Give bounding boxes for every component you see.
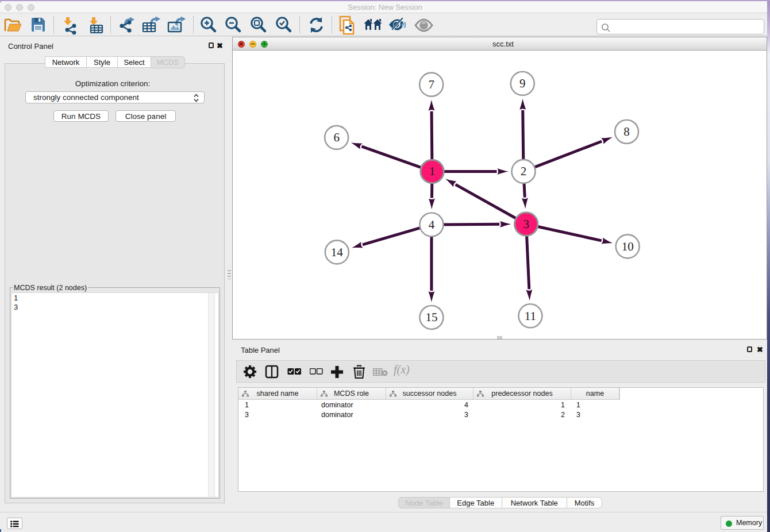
svg-text:1: 1 [429,164,435,178]
svg-text:10: 10 [621,239,633,253]
svg-text:15: 15 [425,310,437,324]
svg-text:9: 9 [519,76,526,90]
svg-text:6: 6 [333,130,340,144]
svg-text:7: 7 [428,78,434,91]
svg-text:3: 3 [523,217,529,231]
svg-text:4: 4 [428,217,434,231]
svg-text:11: 11 [524,309,536,322]
svg-text:8: 8 [623,125,630,138]
svg-text:14: 14 [330,245,343,259]
svg-text:2: 2 [520,164,526,178]
